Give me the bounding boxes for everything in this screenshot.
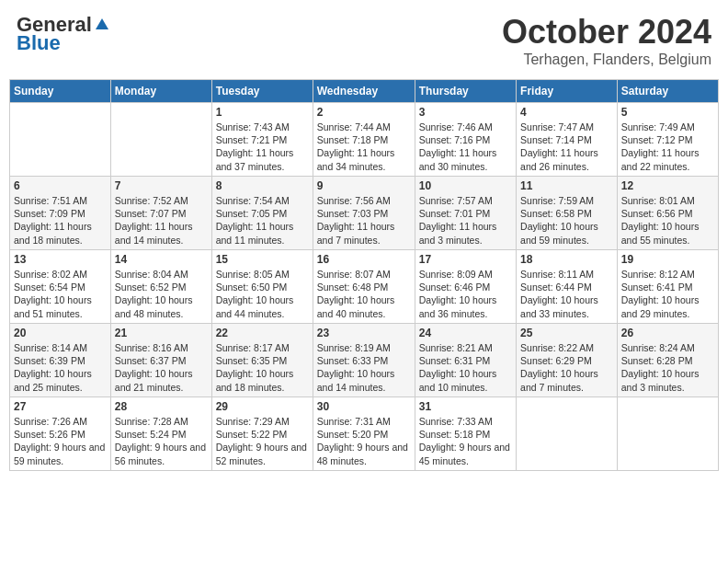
day-info: Sunrise: 8:22 AM Sunset: 6:29 PM Dayligh… bbox=[520, 341, 613, 394]
calendar-day-cell: 20Sunrise: 8:14 AM Sunset: 6:39 PM Dayli… bbox=[10, 324, 111, 397]
location: Terhagen, Flanders, Belgium bbox=[502, 52, 711, 68]
calendar-day-cell: 8Sunrise: 7:54 AM Sunset: 7:05 PM Daylig… bbox=[211, 177, 313, 250]
day-info: Sunrise: 7:59 AM Sunset: 6:58 PM Dayligh… bbox=[520, 194, 613, 247]
calendar-day-cell: 29Sunrise: 7:29 AM Sunset: 5:22 PM Dayli… bbox=[211, 397, 313, 471]
logo: General Blue bbox=[17, 13, 110, 55]
weekday-header: Monday bbox=[110, 80, 211, 103]
day-info: Sunrise: 7:29 AM Sunset: 5:22 PM Dayligh… bbox=[216, 415, 309, 467]
calendar-day-cell: 19Sunrise: 8:12 AM Sunset: 6:41 PM Dayli… bbox=[617, 250, 718, 324]
calendar-day-cell: 9Sunrise: 7:56 AM Sunset: 7:03 PM Daylig… bbox=[313, 177, 415, 250]
calendar-day-cell: 17Sunrise: 8:09 AM Sunset: 6:46 PM Dayli… bbox=[415, 250, 516, 324]
day-info: Sunrise: 7:52 AM Sunset: 7:07 PM Dayligh… bbox=[115, 194, 208, 247]
calendar-day-cell: 16Sunrise: 8:07 AM Sunset: 6:48 PM Dayli… bbox=[313, 250, 415, 324]
calendar-day-cell: 22Sunrise: 8:17 AM Sunset: 6:35 PM Dayli… bbox=[211, 324, 313, 397]
calendar-table: SundayMondayTuesdayWednesdayThursdayFrid… bbox=[9, 79, 719, 471]
day-info: Sunrise: 7:51 AM Sunset: 7:09 PM Dayligh… bbox=[14, 194, 107, 247]
day-info: Sunrise: 8:05 AM Sunset: 6:50 PM Dayligh… bbox=[216, 268, 309, 320]
calendar-week-row: 6Sunrise: 7:51 AM Sunset: 7:09 PM Daylig… bbox=[10, 177, 719, 250]
day-number: 8 bbox=[216, 179, 309, 192]
logo-blue-text: Blue bbox=[17, 31, 61, 55]
calendar-day-cell: 4Sunrise: 7:47 AM Sunset: 7:14 PM Daylig… bbox=[517, 103, 618, 177]
calendar-day-cell: 15Sunrise: 8:05 AM Sunset: 6:50 PM Dayli… bbox=[211, 250, 313, 324]
day-number: 25 bbox=[520, 327, 613, 339]
day-number: 15 bbox=[216, 253, 309, 266]
day-number: 19 bbox=[621, 253, 714, 266]
day-number: 9 bbox=[317, 179, 411, 192]
day-number: 29 bbox=[216, 400, 309, 413]
day-info: Sunrise: 8:11 AM Sunset: 6:44 PM Dayligh… bbox=[520, 268, 613, 320]
calendar-day-cell: 13Sunrise: 8:02 AM Sunset: 6:54 PM Dayli… bbox=[10, 250, 111, 324]
day-number: 3 bbox=[419, 106, 512, 119]
calendar-day-cell: 23Sunrise: 8:19 AM Sunset: 6:33 PM Dayli… bbox=[313, 324, 415, 397]
calendar-day-cell: 14Sunrise: 8:04 AM Sunset: 6:52 PM Dayli… bbox=[110, 250, 211, 324]
title-area: October 2024 Terhagen, Flanders, Belgium bbox=[502, 13, 711, 68]
day-info: Sunrise: 7:33 AM Sunset: 5:18 PM Dayligh… bbox=[419, 415, 512, 467]
day-number: 11 bbox=[520, 179, 613, 192]
day-number: 1 bbox=[216, 106, 309, 119]
day-number: 12 bbox=[621, 179, 714, 192]
calendar-day-cell: 5Sunrise: 7:49 AM Sunset: 7:12 PM Daylig… bbox=[617, 103, 718, 177]
calendar-day-cell bbox=[617, 397, 718, 471]
calendar-week-row: 27Sunrise: 7:26 AM Sunset: 5:26 PM Dayli… bbox=[10, 397, 719, 471]
day-number: 17 bbox=[419, 253, 512, 266]
calendar-day-cell: 21Sunrise: 8:16 AM Sunset: 6:37 PM Dayli… bbox=[110, 324, 211, 397]
weekday-header: Wednesday bbox=[313, 80, 415, 103]
day-number: 5 bbox=[621, 106, 714, 119]
calendar-day-cell: 27Sunrise: 7:26 AM Sunset: 5:26 PM Dayli… bbox=[10, 397, 111, 471]
day-info: Sunrise: 8:04 AM Sunset: 6:52 PM Dayligh… bbox=[115, 268, 208, 320]
day-info: Sunrise: 8:09 AM Sunset: 6:46 PM Dayligh… bbox=[419, 268, 512, 320]
calendar-day-cell: 18Sunrise: 8:11 AM Sunset: 6:44 PM Dayli… bbox=[517, 250, 618, 324]
day-info: Sunrise: 8:12 AM Sunset: 6:41 PM Dayligh… bbox=[621, 268, 714, 320]
weekday-header: Thursday bbox=[415, 80, 516, 103]
day-number: 2 bbox=[317, 106, 411, 119]
day-info: Sunrise: 8:16 AM Sunset: 6:37 PM Dayligh… bbox=[115, 341, 208, 394]
day-number: 20 bbox=[14, 327, 107, 339]
calendar-day-cell: 12Sunrise: 8:01 AM Sunset: 6:56 PM Dayli… bbox=[617, 177, 718, 250]
day-number: 16 bbox=[317, 253, 411, 266]
calendar-day-cell: 26Sunrise: 8:24 AM Sunset: 6:28 PM Dayli… bbox=[617, 324, 718, 397]
day-number: 10 bbox=[419, 179, 512, 192]
calendar-header-row: SundayMondayTuesdayWednesdayThursdayFrid… bbox=[10, 80, 719, 103]
calendar-day-cell bbox=[110, 103, 211, 177]
calendar-day-cell: 3Sunrise: 7:46 AM Sunset: 7:16 PM Daylig… bbox=[415, 103, 516, 177]
day-number: 28 bbox=[115, 400, 208, 413]
day-info: Sunrise: 7:56 AM Sunset: 7:03 PM Dayligh… bbox=[317, 194, 411, 247]
weekday-header: Friday bbox=[517, 80, 618, 103]
day-info: Sunrise: 7:31 AM Sunset: 5:20 PM Dayligh… bbox=[317, 415, 411, 467]
svg-marker-0 bbox=[96, 18, 108, 29]
day-number: 7 bbox=[115, 179, 208, 192]
day-number: 18 bbox=[520, 253, 613, 266]
month-title: October 2024 bbox=[502, 13, 711, 52]
calendar-day-cell: 30Sunrise: 7:31 AM Sunset: 5:20 PM Dayli… bbox=[313, 397, 415, 471]
calendar-week-row: 13Sunrise: 8:02 AM Sunset: 6:54 PM Dayli… bbox=[10, 250, 719, 324]
day-info: Sunrise: 8:24 AM Sunset: 6:28 PM Dayligh… bbox=[621, 341, 714, 394]
day-number: 14 bbox=[115, 253, 208, 266]
calendar-week-row: 20Sunrise: 8:14 AM Sunset: 6:39 PM Dayli… bbox=[10, 324, 719, 397]
calendar-day-cell: 25Sunrise: 8:22 AM Sunset: 6:29 PM Dayli… bbox=[517, 324, 618, 397]
page-header: General Blue October 2024 Terhagen, Flan… bbox=[9, 9, 719, 72]
day-number: 13 bbox=[14, 253, 107, 266]
day-info: Sunrise: 8:01 AM Sunset: 6:56 PM Dayligh… bbox=[621, 194, 714, 247]
day-info: Sunrise: 7:49 AM Sunset: 7:12 PM Dayligh… bbox=[621, 121, 714, 173]
day-info: Sunrise: 7:57 AM Sunset: 7:01 PM Dayligh… bbox=[419, 194, 512, 247]
day-number: 6 bbox=[14, 179, 107, 192]
day-info: Sunrise: 8:02 AM Sunset: 6:54 PM Dayligh… bbox=[14, 268, 107, 320]
day-number: 30 bbox=[317, 400, 411, 413]
day-number: 31 bbox=[419, 400, 512, 413]
day-info: Sunrise: 7:54 AM Sunset: 7:05 PM Dayligh… bbox=[216, 194, 309, 247]
calendar-day-cell: 2Sunrise: 7:44 AM Sunset: 7:18 PM Daylig… bbox=[313, 103, 415, 177]
day-info: Sunrise: 7:44 AM Sunset: 7:18 PM Dayligh… bbox=[317, 121, 411, 173]
day-number: 23 bbox=[317, 327, 411, 339]
logo-icon bbox=[94, 17, 110, 33]
calendar-day-cell: 1Sunrise: 7:43 AM Sunset: 7:21 PM Daylig… bbox=[211, 103, 313, 177]
calendar-day-cell bbox=[10, 103, 111, 177]
calendar-day-cell: 7Sunrise: 7:52 AM Sunset: 7:07 PM Daylig… bbox=[110, 177, 211, 250]
day-number: 22 bbox=[216, 327, 309, 339]
calendar-day-cell: 11Sunrise: 7:59 AM Sunset: 6:58 PM Dayli… bbox=[517, 177, 618, 250]
day-info: Sunrise: 8:17 AM Sunset: 6:35 PM Dayligh… bbox=[216, 341, 309, 394]
day-info: Sunrise: 7:28 AM Sunset: 5:24 PM Dayligh… bbox=[115, 415, 208, 467]
calendar-day-cell: 28Sunrise: 7:28 AM Sunset: 5:24 PM Dayli… bbox=[110, 397, 211, 471]
day-number: 21 bbox=[115, 327, 208, 339]
calendar-day-cell: 6Sunrise: 7:51 AM Sunset: 7:09 PM Daylig… bbox=[10, 177, 111, 250]
calendar-day-cell: 31Sunrise: 7:33 AM Sunset: 5:18 PM Dayli… bbox=[415, 397, 516, 471]
